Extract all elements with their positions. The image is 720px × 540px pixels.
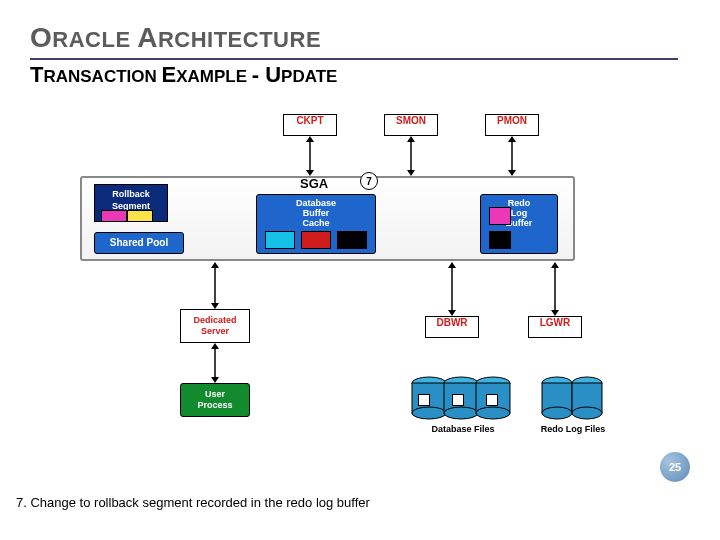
arrow-dbwr <box>447 262 457 316</box>
db-cube-2 <box>452 394 464 406</box>
arrow-ckpt <box>305 136 315 176</box>
rollback-gold-block <box>127 210 153 222</box>
svg-marker-4 <box>407 136 415 142</box>
db-cube-1 <box>418 394 430 406</box>
dbcache-black <box>337 231 367 249</box>
smon-box: SMON <box>384 114 438 136</box>
svg-point-23 <box>572 407 602 419</box>
redo-cyl-1 <box>540 376 574 420</box>
svg-point-20 <box>542 407 572 419</box>
footer-text: 7. Change to rollback segment recorded i… <box>16 495 370 510</box>
shared-pool: Shared Pool <box>94 232 184 254</box>
svg-marker-32 <box>211 303 219 309</box>
arrow-smon <box>406 136 416 176</box>
svg-marker-31 <box>211 262 219 268</box>
pmon-box: PMON <box>485 114 539 136</box>
arrow-pmon <box>507 136 517 176</box>
rollback-magenta-block <box>101 210 127 222</box>
dedicated-server: DedicatedServer <box>180 309 250 343</box>
redo-log-buffer: RedoLogBuffer <box>480 194 558 254</box>
rollback-segment: RollbackSegment <box>94 184 168 222</box>
ckpt-box: CKPT <box>283 114 337 136</box>
dbcache-red <box>301 231 331 249</box>
dbwr-box: DBWR <box>425 316 479 338</box>
architecture-diagram: CKPT SMON PMON SGA 7 RollbackSegment Sha… <box>0 94 720 464</box>
page-number-badge: 25 <box>660 452 690 482</box>
redo-black <box>489 231 511 249</box>
db-cube-3 <box>486 394 498 406</box>
svg-marker-26 <box>448 310 456 316</box>
step-number: 7 <box>360 172 378 190</box>
sga-label: SGA <box>300 176 328 191</box>
svg-point-11 <box>412 407 446 419</box>
arrow-dedicated-sga <box>210 262 220 309</box>
arrow-dedicated-user <box>210 343 220 383</box>
db-buffer-cache: DatabaseBufferCache <box>256 194 376 254</box>
svg-marker-7 <box>508 136 516 142</box>
svg-point-17 <box>476 407 510 419</box>
lgwr-box: LGWR <box>528 316 582 338</box>
arrow-lgwr <box>550 262 560 316</box>
db-files-label: Database Files <box>418 424 508 434</box>
title-rule <box>30 58 678 60</box>
svg-marker-1 <box>306 136 314 142</box>
slide-title: ORACLE ARCHITECTURE <box>30 22 720 54</box>
dbcache-cyan <box>265 231 295 249</box>
redo-files-label: Redo Log Files <box>536 424 610 434</box>
slide-subtitle: TRANSACTION EXAMPLE - UPDATE <box>30 62 720 88</box>
svg-marker-25 <box>448 262 456 268</box>
svg-marker-29 <box>551 310 559 316</box>
svg-marker-28 <box>551 262 559 268</box>
svg-marker-34 <box>211 343 219 349</box>
svg-point-14 <box>444 407 478 419</box>
svg-marker-35 <box>211 377 219 383</box>
redo-cyl-2 <box>570 376 604 420</box>
user-process: UserProcess <box>180 383 250 417</box>
redo-magenta <box>489 207 511 225</box>
